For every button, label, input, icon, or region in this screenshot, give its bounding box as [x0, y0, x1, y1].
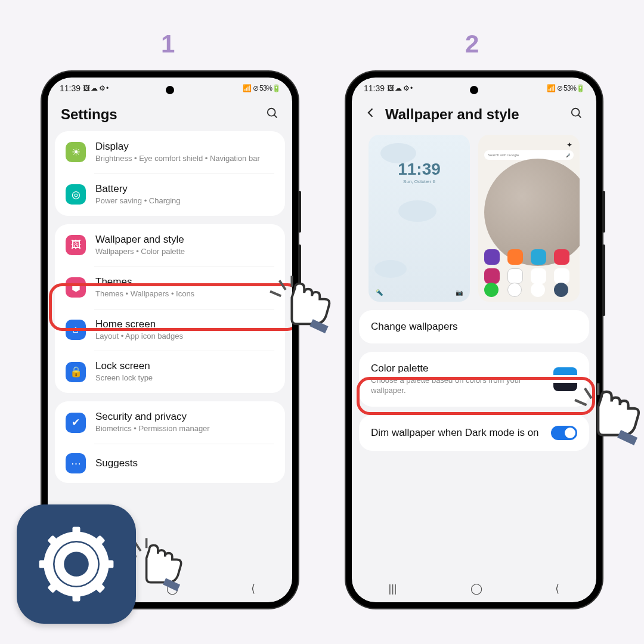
phone-frame-2: 11:39 🖼 ☁ ⚙ • 📶 ⊘ 53%🔋 Wallpaper and sty… [346, 72, 602, 608]
svg-rect-15 [309, 319, 328, 333]
home-screen-preview[interactable]: ✦✦ Search with Google🎤 [478, 135, 580, 302]
settings-card-3: ✔ Security and privacy Biometrics • Perm… [55, 401, 285, 483]
row-sub: Power saving • Charging [95, 196, 274, 206]
partial-icon: ⋯ [66, 453, 86, 473]
settings-row-battery[interactable]: ◎ Battery Power saving • Charging [55, 174, 285, 216]
lock-time: 11:39 [369, 160, 470, 179]
lock-date: Sun, October 6 [369, 179, 470, 184]
nav-home[interactable]: ◯ [166, 582, 178, 595]
svg-rect-5 [73, 527, 80, 540]
step-1-label: 1 [161, 30, 175, 58]
row-title: Color palette [371, 363, 546, 374]
svg-rect-19 [617, 430, 637, 445]
status-left-icons: 🖼 ☁ ⚙ • [387, 84, 412, 92]
wallpaper-previews: 11:39 Sun, October 6 🔦📷 ✦✦ Search with G… [352, 131, 596, 310]
row-title: Home screen [95, 318, 274, 330]
nav-back[interactable]: ⟨ [251, 582, 255, 595]
svg-line-1 [274, 114, 277, 117]
display-icon: ☀ [66, 142, 86, 162]
header: Wallpaper and style [352, 95, 596, 131]
screen-2: 11:39 🖼 ☁ ⚙ • 📶 ⊘ 53%🔋 Wallpaper and sty… [352, 78, 596, 602]
row-title: Dim wallpaper when Dark mode is on [371, 427, 544, 439]
page-title: Settings [61, 106, 266, 123]
step-2-label: 2 [465, 30, 479, 58]
svg-point-14 [64, 552, 89, 577]
status-left-icons: 🖼 ☁ ⚙ • [83, 84, 108, 92]
nav-recents[interactable]: ||| [388, 583, 397, 595]
settings-row-themes[interactable]: ⬢ Themes Themes • Wallpapers • Icons [55, 267, 285, 309]
row-title: Change wallpapers [371, 321, 577, 333]
settings-row-wallpaper[interactable]: 🖼 Wallpaper and style Wallpapers • Color… [55, 224, 285, 267]
row-sub: Brightness • Eye comfort shield • Naviga… [95, 154, 274, 164]
battery-icon: ◎ [66, 184, 86, 205]
nav-bar: ||| ◯ ⟨ [352, 575, 596, 602]
status-right-icons: 📶 ⊘ 53%🔋 [547, 84, 584, 92]
settings-row-partial[interactable]: ⋯ Suggests [55, 444, 285, 483]
settings-app-icon[interactable] [17, 504, 136, 624]
themes-icon: ⬢ [66, 277, 86, 298]
status-right-icons: 📶 ⊘ 53%🔋 [243, 84, 280, 92]
settings-card-1: ☀ Display Brightness • Eye comfort shiel… [55, 131, 285, 216]
settings-row-home[interactable]: ⌂ Home screen Layout • App icon badges [55, 309, 285, 351]
row-title: Wallpaper and style [95, 234, 274, 246]
row-sub: Screen lock type [95, 373, 274, 383]
row-sub: Layout • App icon badges [95, 332, 274, 342]
row-sub: Choose a palette based on colors from yo… [371, 376, 546, 396]
gear-icon [38, 525, 115, 603]
search-pill: Search with Google🎤 [484, 150, 574, 160]
camera-notch [470, 86, 478, 94]
settings-row-lock[interactable]: 🔒 Lock screen Screen lock type [55, 351, 285, 393]
row-title: Themes [95, 276, 274, 288]
lock-icon: 🔒 [66, 362, 86, 382]
dim-wallpaper-row[interactable]: Dim wallpaper when Dark mode is on [359, 415, 589, 451]
change-wallpapers-row[interactable]: Change wallpapers [359, 310, 589, 343]
dim-toggle[interactable] [551, 426, 577, 440]
settings-row-security[interactable]: ✔ Security and privacy Biometrics • Perm… [55, 401, 285, 444]
settings-card-2: 🖼 Wallpaper and style Wallpapers • Color… [55, 224, 285, 394]
security-icon: ✔ [66, 413, 86, 433]
status-time: 11:39 [364, 83, 385, 93]
row-title: Security and privacy [95, 411, 274, 423]
svg-rect-8 [101, 561, 114, 568]
svg-rect-6 [73, 589, 80, 602]
settings-row-display[interactable]: ☀ Display Brightness • Eye comfort shiel… [55, 131, 285, 174]
row-title: Battery [95, 183, 274, 195]
status-time: 11:39 [60, 83, 80, 93]
camera-notch [166, 86, 174, 94]
search-icon[interactable] [570, 107, 583, 123]
lock-screen-preview[interactable]: 11:39 Sun, October 6 🔦📷 [369, 135, 470, 302]
svg-point-2 [572, 108, 580, 116]
palette-thumb-icon [553, 367, 577, 391]
search-icon[interactable] [266, 107, 279, 123]
row-sub: Themes • Wallpapers • Icons [95, 289, 274, 299]
row-sub: Wallpapers • Color palette [95, 247, 274, 257]
row-text: Display Brightness • Eye comfort shield … [95, 141, 274, 164]
page-title: Wallpaper and style [385, 106, 570, 123]
wallpaper-icon: 🖼 [66, 235, 86, 255]
nav-home[interactable]: ◯ [470, 582, 482, 595]
back-icon[interactable] [365, 107, 377, 122]
row-sub: Biometrics • Permission manager [95, 424, 274, 434]
row-title: Lock screen [95, 360, 274, 372]
row-title: Suggests [95, 457, 274, 469]
svg-rect-7 [39, 561, 52, 568]
home-icon: ⌂ [66, 320, 86, 340]
svg-point-0 [268, 108, 275, 116]
nav-back[interactable]: ⟨ [555, 582, 559, 595]
header: Settings [48, 95, 292, 131]
row-title: Display [95, 141, 274, 153]
color-palette-row[interactable]: Color palette Choose a palette based on … [359, 352, 589, 407]
svg-line-3 [578, 114, 581, 117]
